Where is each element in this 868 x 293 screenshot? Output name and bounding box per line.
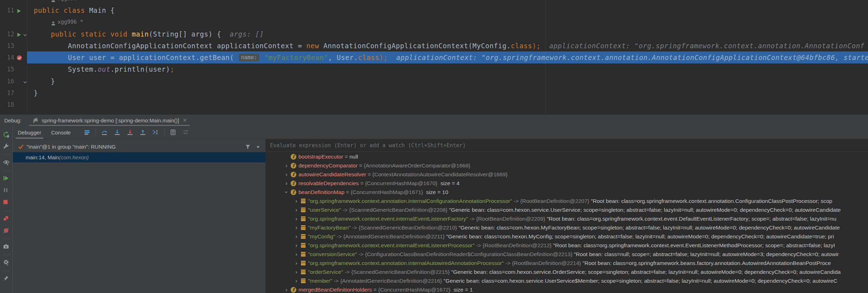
chevron-collapsed-icon[interactable]: ›	[293, 260, 299, 266]
tab-debugger[interactable]: Debugger	[13, 126, 46, 139]
settings-gear-icon[interactable]	[3, 259, 10, 266]
run-line-icon[interactable]	[16, 31, 22, 37]
parameter-hint: name:	[239, 54, 259, 61]
code-line[interactable]: 13 AnnotationConfigApplicationContext ap…	[0, 40, 868, 51]
variable-row[interactable]: ›fdependencyComparator = {AnnotationAwar…	[266, 161, 868, 170]
chevron-collapsed-icon[interactable]: ›	[284, 287, 289, 293]
gutter[interactable]: 11	[0, 4, 27, 16]
variable-row[interactable]: ›fresolvableDependencies = {ConcurrentHa…	[266, 179, 868, 188]
chevron-collapsed-icon[interactable]: ›	[293, 216, 299, 222]
pause-icon[interactable]	[3, 187, 10, 194]
code-editor[interactable]: xgg99611public class Main { xgg996 *12 p…	[0, 0, 868, 114]
filter-funnel-icon[interactable]	[245, 144, 251, 150]
wrench-icon[interactable]	[3, 143, 10, 150]
rerun-debug-icon[interactable]	[3, 131, 10, 138]
step-over-icon[interactable]	[101, 128, 108, 136]
view-breakpoints-eye-icon[interactable]	[3, 159, 10, 166]
variable-row[interactable]: ›"conversionService" -> {ConfigurationCl…	[266, 250, 868, 259]
chevron-collapsed-icon[interactable]: ›	[293, 278, 299, 284]
layout-settings-sliders-icon[interactable]	[182, 128, 190, 136]
map-key: "userService"	[308, 207, 341, 213]
code-line[interactable]: 17}	[0, 87, 868, 99]
gutter[interactable]: 16	[0, 75, 27, 87]
tab-console[interactable]: Console	[46, 126, 76, 139]
variable-row[interactable]: ›"org.springframework.context.event.inte…	[266, 241, 868, 250]
breakpoint-icon[interactable]	[16, 55, 22, 61]
chevron-collapsed-icon[interactable]: ›	[284, 180, 289, 186]
chevron-collapsed-icon[interactable]: ›	[293, 198, 299, 204]
variables-tree[interactable]: ›fbootstrapExecutor = null›fdependencyCo…	[266, 152, 868, 293]
variable-meta: {AnnotationAwareOrderComparator@1668}	[364, 162, 470, 169]
run-to-cursor-icon[interactable]	[152, 128, 160, 136]
variable-row[interactable]: ›"myFactoryBean" -> {ScannedGenericBeanD…	[266, 223, 868, 232]
variable-row[interactable]: ›"myConfig" -> {AnnotatedGenericBeanDefi…	[266, 232, 868, 241]
chevron-expanded-icon[interactable]: ›	[284, 189, 290, 195]
pin-icon[interactable]	[3, 275, 10, 282]
stop-icon[interactable]	[3, 199, 10, 206]
code-line[interactable]: 11public class Main {	[0, 4, 868, 16]
chevron-collapsed-icon[interactable]: ›	[293, 207, 299, 213]
frames-panel[interactable]: "main"@1 in group "main": RUNNING main:1…	[13, 139, 265, 293]
evaluate-expression-icon[interactable]	[169, 128, 177, 136]
gutter[interactable]: 14	[0, 51, 27, 63]
chevron-collapsed-icon[interactable]: ›	[284, 162, 289, 168]
chevron-collapsed-icon[interactable]: ›	[284, 171, 289, 177]
gutter[interactable]	[0, 16, 27, 28]
variables-panel[interactable]: ›fbootstrapExecutor = null›fdependencyCo…	[266, 139, 868, 293]
variable-row[interactable]: ›fbootstrapExecutor = null	[266, 152, 868, 161]
chevron-collapsed-icon[interactable]: ›	[293, 225, 299, 231]
resume-icon[interactable]	[3, 175, 10, 182]
chevron-collapsed-icon[interactable]: ›	[293, 233, 299, 239]
line-number: 17	[0, 87, 14, 99]
mute-breakpoints-icon[interactable]	[3, 227, 10, 234]
gutter[interactable]: 12	[0, 28, 27, 40]
variable-row[interactable]: ›"orderService" -> {ScannedGenericBeanDe…	[266, 267, 868, 276]
gutter[interactable]: 17	[0, 87, 27, 99]
list-bars-icon	[301, 261, 306, 266]
variable-row[interactable]: ›"org.springframework.context.event.inte…	[266, 214, 868, 223]
chevron-down-icon[interactable]	[256, 144, 260, 149]
gutter[interactable]: 15	[0, 63, 27, 75]
debug-session-tab[interactable]: spring-framework:spring-demo [:spring-de…	[29, 115, 190, 126]
code-line[interactable]: 14 User user = applicationContext.getBea…	[0, 51, 868, 63]
code-line[interactable]: 18	[0, 99, 868, 111]
code-line[interactable]: xgg996 *	[0, 16, 868, 28]
close-icon[interactable]: ✕	[183, 117, 187, 123]
code-line[interactable]: xgg996	[0, 0, 868, 4]
step-into-icon[interactable]	[113, 128, 121, 136]
variable-row[interactable]: ›fbeanDefinitionMap = {ConcurrentHashMap…	[266, 188, 868, 197]
line-number: 18	[0, 99, 14, 111]
line-number	[0, 0, 14, 4]
chevron-collapsed-icon[interactable]: ›	[293, 242, 299, 248]
code-line[interactable]: 15 System.out.println(user);	[0, 63, 868, 75]
show-execution-point-icon[interactable]	[83, 128, 91, 136]
gutter[interactable]: 13	[0, 40, 27, 51]
code-token: AnnotationConfigApplicationContext(MyCon…	[319, 42, 511, 50]
variable-row[interactable]: ›fautowireCandidateResolver = {ContextAn…	[266, 170, 868, 179]
variable-row[interactable]: ›fmergedBeanDefinitionHolders = {Concurr…	[266, 285, 868, 293]
code-line[interactable]: 12 public static void main(String[] args…	[0, 28, 868, 40]
code-line[interactable]: 16 }	[0, 75, 868, 87]
evaluate-expression-bar[interactable]	[266, 139, 868, 152]
breakpoints-circles-icon[interactable]	[3, 215, 10, 222]
variable-row[interactable]: ›"member" -> {AnnotatedGenericBeanDefini…	[266, 276, 868, 285]
step-out-icon[interactable]	[139, 128, 147, 136]
gutter[interactable]	[0, 0, 27, 4]
variable-name: autowireCandidateResolver	[298, 171, 366, 178]
chevron-collapsed-icon[interactable]: ›	[293, 269, 299, 275]
stack-frame-row[interactable]: main:14, Main (com.hexon)	[13, 152, 265, 162]
thread-selector[interactable]: "main"@1 in group "main": RUNNING	[13, 142, 265, 151]
code-token: (String[] args) {	[149, 30, 221, 38]
force-step-into-icon[interactable]	[126, 128, 134, 136]
gutter[interactable]: 18	[0, 99, 27, 111]
debug-toolwindow-header: Debug: spring-framework:spring-demo [:sp…	[0, 114, 868, 126]
evaluate-expression-input[interactable]	[269, 142, 868, 149]
chevron-collapsed-icon[interactable]: ›	[293, 251, 299, 257]
variable-meta: {ContextAnnotationAutowireCandidateResol…	[372, 171, 507, 178]
code-line-text	[27, 99, 868, 111]
variable-row[interactable]: ›"userService" -> {ScannedGenericBeanDef…	[266, 205, 868, 214]
variable-row[interactable]: ›"org.springframework.context.annotation…	[266, 259, 868, 267]
variable-row[interactable]: ›"org.springframework.context.annotation…	[266, 197, 868, 205]
run-line-icon[interactable]	[16, 7, 22, 13]
thread-dump-camera-icon[interactable]	[3, 243, 10, 250]
